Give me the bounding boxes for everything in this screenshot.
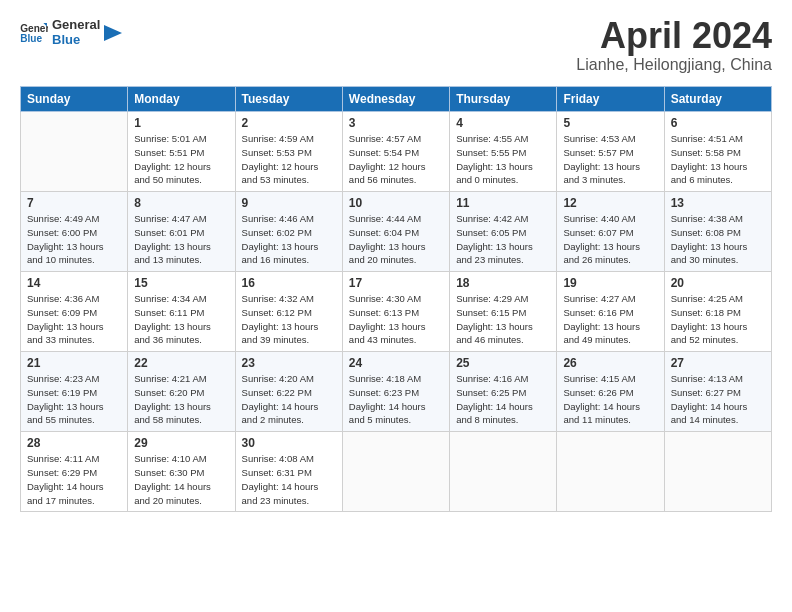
day-info: Sunrise: 4:27 AMSunset: 6:16 PMDaylight:… bbox=[563, 292, 657, 347]
day-info: Sunrise: 4:18 AMSunset: 6:23 PMDaylight:… bbox=[349, 372, 443, 427]
calendar-cell bbox=[664, 432, 771, 512]
calendar-cell: 2Sunrise: 4:59 AMSunset: 5:53 PMDaylight… bbox=[235, 112, 342, 192]
weekday-header-saturday: Saturday bbox=[664, 87, 771, 112]
day-number: 8 bbox=[134, 196, 228, 210]
day-number: 26 bbox=[563, 356, 657, 370]
day-info: Sunrise: 4:47 AMSunset: 6:01 PMDaylight:… bbox=[134, 212, 228, 267]
day-number: 11 bbox=[456, 196, 550, 210]
logo-text-line2: Blue bbox=[52, 33, 100, 48]
day-number: 1 bbox=[134, 116, 228, 130]
weekday-header-monday: Monday bbox=[128, 87, 235, 112]
calendar-week-row: 7Sunrise: 4:49 AMSunset: 6:00 PMDaylight… bbox=[21, 192, 772, 272]
calendar-cell: 10Sunrise: 4:44 AMSunset: 6:04 PMDayligh… bbox=[342, 192, 449, 272]
day-number: 16 bbox=[242, 276, 336, 290]
calendar-cell: 4Sunrise: 4:55 AMSunset: 5:55 PMDaylight… bbox=[450, 112, 557, 192]
day-info: Sunrise: 4:20 AMSunset: 6:22 PMDaylight:… bbox=[242, 372, 336, 427]
calendar-cell: 12Sunrise: 4:40 AMSunset: 6:07 PMDayligh… bbox=[557, 192, 664, 272]
calendar-cell bbox=[557, 432, 664, 512]
day-info: Sunrise: 4:36 AMSunset: 6:09 PMDaylight:… bbox=[27, 292, 121, 347]
calendar-cell bbox=[450, 432, 557, 512]
calendar-cell: 9Sunrise: 4:46 AMSunset: 6:02 PMDaylight… bbox=[235, 192, 342, 272]
svg-text:Blue: Blue bbox=[20, 33, 42, 44]
calendar-cell: 7Sunrise: 4:49 AMSunset: 6:00 PMDaylight… bbox=[21, 192, 128, 272]
day-info: Sunrise: 4:51 AMSunset: 5:58 PMDaylight:… bbox=[671, 132, 765, 187]
location: Lianhe, Heilongjiang, China bbox=[576, 56, 772, 74]
calendar-cell: 30Sunrise: 4:08 AMSunset: 6:31 PMDayligh… bbox=[235, 432, 342, 512]
day-info: Sunrise: 4:30 AMSunset: 6:13 PMDaylight:… bbox=[349, 292, 443, 347]
day-info: Sunrise: 4:08 AMSunset: 6:31 PMDaylight:… bbox=[242, 452, 336, 507]
calendar-cell bbox=[21, 112, 128, 192]
day-number: 14 bbox=[27, 276, 121, 290]
weekday-header-sunday: Sunday bbox=[21, 87, 128, 112]
day-number: 25 bbox=[456, 356, 550, 370]
weekday-header-row: SundayMondayTuesdayWednesdayThursdayFrid… bbox=[21, 87, 772, 112]
day-info: Sunrise: 5:01 AMSunset: 5:51 PMDaylight:… bbox=[134, 132, 228, 187]
day-info: Sunrise: 4:40 AMSunset: 6:07 PMDaylight:… bbox=[563, 212, 657, 267]
day-info: Sunrise: 4:11 AMSunset: 6:29 PMDaylight:… bbox=[27, 452, 121, 507]
day-info: Sunrise: 4:29 AMSunset: 6:15 PMDaylight:… bbox=[456, 292, 550, 347]
day-info: Sunrise: 4:23 AMSunset: 6:19 PMDaylight:… bbox=[27, 372, 121, 427]
day-number: 27 bbox=[671, 356, 765, 370]
svg-marker-3 bbox=[104, 25, 122, 41]
day-info: Sunrise: 4:42 AMSunset: 6:05 PMDaylight:… bbox=[456, 212, 550, 267]
day-number: 15 bbox=[134, 276, 228, 290]
calendar-week-row: 14Sunrise: 4:36 AMSunset: 6:09 PMDayligh… bbox=[21, 272, 772, 352]
calendar-cell: 3Sunrise: 4:57 AMSunset: 5:54 PMDaylight… bbox=[342, 112, 449, 192]
day-number: 4 bbox=[456, 116, 550, 130]
calendar-week-row: 28Sunrise: 4:11 AMSunset: 6:29 PMDayligh… bbox=[21, 432, 772, 512]
header: General Blue General Blue April 2024 Lia… bbox=[20, 18, 772, 74]
calendar-cell: 13Sunrise: 4:38 AMSunset: 6:08 PMDayligh… bbox=[664, 192, 771, 272]
calendar-cell: 14Sunrise: 4:36 AMSunset: 6:09 PMDayligh… bbox=[21, 272, 128, 352]
day-info: Sunrise: 4:25 AMSunset: 6:18 PMDaylight:… bbox=[671, 292, 765, 347]
day-number: 9 bbox=[242, 196, 336, 210]
day-number: 18 bbox=[456, 276, 550, 290]
day-number: 20 bbox=[671, 276, 765, 290]
weekday-header-thursday: Thursday bbox=[450, 87, 557, 112]
day-number: 3 bbox=[349, 116, 443, 130]
calendar-cell: 19Sunrise: 4:27 AMSunset: 6:16 PMDayligh… bbox=[557, 272, 664, 352]
day-info: Sunrise: 4:10 AMSunset: 6:30 PMDaylight:… bbox=[134, 452, 228, 507]
calendar-cell: 24Sunrise: 4:18 AMSunset: 6:23 PMDayligh… bbox=[342, 352, 449, 432]
calendar-cell: 11Sunrise: 4:42 AMSunset: 6:05 PMDayligh… bbox=[450, 192, 557, 272]
calendar-cell: 8Sunrise: 4:47 AMSunset: 6:01 PMDaylight… bbox=[128, 192, 235, 272]
day-number: 23 bbox=[242, 356, 336, 370]
weekday-header-wednesday: Wednesday bbox=[342, 87, 449, 112]
calendar-cell: 5Sunrise: 4:53 AMSunset: 5:57 PMDaylight… bbox=[557, 112, 664, 192]
calendar-cell: 6Sunrise: 4:51 AMSunset: 5:58 PMDaylight… bbox=[664, 112, 771, 192]
day-number: 5 bbox=[563, 116, 657, 130]
day-number: 22 bbox=[134, 356, 228, 370]
day-info: Sunrise: 4:57 AMSunset: 5:54 PMDaylight:… bbox=[349, 132, 443, 187]
logo: General Blue General Blue bbox=[20, 18, 122, 48]
weekday-header-friday: Friday bbox=[557, 87, 664, 112]
day-number: 2 bbox=[242, 116, 336, 130]
logo-arrow-icon bbox=[104, 25, 122, 41]
calendar-cell: 29Sunrise: 4:10 AMSunset: 6:30 PMDayligh… bbox=[128, 432, 235, 512]
day-number: 30 bbox=[242, 436, 336, 450]
day-info: Sunrise: 4:53 AMSunset: 5:57 PMDaylight:… bbox=[563, 132, 657, 187]
day-info: Sunrise: 4:55 AMSunset: 5:55 PMDaylight:… bbox=[456, 132, 550, 187]
page-container: General Blue General Blue April 2024 Lia… bbox=[0, 0, 792, 522]
day-number: 21 bbox=[27, 356, 121, 370]
day-info: Sunrise: 4:21 AMSunset: 6:20 PMDaylight:… bbox=[134, 372, 228, 427]
calendar-week-row: 1Sunrise: 5:01 AMSunset: 5:51 PMDaylight… bbox=[21, 112, 772, 192]
calendar-cell: 17Sunrise: 4:30 AMSunset: 6:13 PMDayligh… bbox=[342, 272, 449, 352]
calendar-cell: 27Sunrise: 4:13 AMSunset: 6:27 PMDayligh… bbox=[664, 352, 771, 432]
day-info: Sunrise: 4:49 AMSunset: 6:00 PMDaylight:… bbox=[27, 212, 121, 267]
weekday-header-tuesday: Tuesday bbox=[235, 87, 342, 112]
calendar-cell: 25Sunrise: 4:16 AMSunset: 6:25 PMDayligh… bbox=[450, 352, 557, 432]
day-number: 13 bbox=[671, 196, 765, 210]
day-number: 17 bbox=[349, 276, 443, 290]
day-number: 10 bbox=[349, 196, 443, 210]
logo-text-line1: General bbox=[52, 18, 100, 33]
day-number: 29 bbox=[134, 436, 228, 450]
day-info: Sunrise: 4:16 AMSunset: 6:25 PMDaylight:… bbox=[456, 372, 550, 427]
calendar-cell: 23Sunrise: 4:20 AMSunset: 6:22 PMDayligh… bbox=[235, 352, 342, 432]
day-number: 24 bbox=[349, 356, 443, 370]
calendar-cell: 15Sunrise: 4:34 AMSunset: 6:11 PMDayligh… bbox=[128, 272, 235, 352]
calendar-week-row: 21Sunrise: 4:23 AMSunset: 6:19 PMDayligh… bbox=[21, 352, 772, 432]
day-number: 28 bbox=[27, 436, 121, 450]
day-info: Sunrise: 4:38 AMSunset: 6:08 PMDaylight:… bbox=[671, 212, 765, 267]
day-info: Sunrise: 4:44 AMSunset: 6:04 PMDaylight:… bbox=[349, 212, 443, 267]
day-info: Sunrise: 4:32 AMSunset: 6:12 PMDaylight:… bbox=[242, 292, 336, 347]
day-number: 12 bbox=[563, 196, 657, 210]
